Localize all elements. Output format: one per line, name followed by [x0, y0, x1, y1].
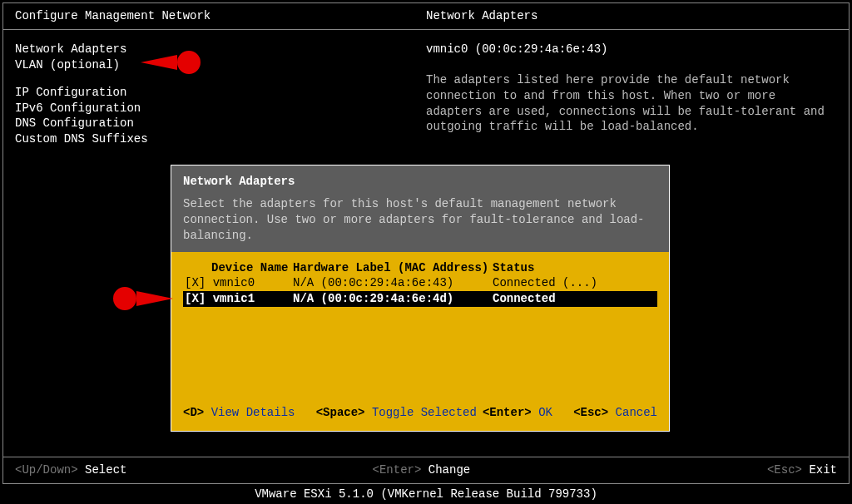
menu-item-ip-config[interactable]: IP Configuration [15, 85, 426, 101]
dialog-footer-left: <D> View Details <Space> Toggle Selected [183, 405, 483, 421]
footer-right: <Esc> Exit [730, 462, 837, 478]
dialog-desc: Select the adapters for this host's defa… [183, 196, 657, 244]
footer-bar: <Up/Down> Select <Enter> Change <Esc> Ex… [3, 457, 849, 483]
body: Network Adapters VLAN (optional) IP Conf… [3, 30, 849, 159]
footer-action-exit: Exit [809, 463, 837, 477]
footer-action-select: Select [85, 463, 126, 477]
menu-item-vlan[interactable]: VLAN (optional) [15, 57, 426, 73]
menu-spacer [15, 73, 426, 85]
col-header-device: Device Name [183, 260, 293, 276]
network-adapters-dialog: Network Adapters Select the adapters for… [171, 165, 670, 432]
key-esc: <Esc> [573, 406, 608, 419]
detail-desc: The adapters listed here provide the def… [426, 72, 837, 136]
table-header: Device Name Hardware Label (MAC Address)… [183, 260, 657, 276]
key-d: <D> [183, 406, 204, 419]
key-space: <Space> [316, 406, 365, 419]
menu-item-custom-dns[interactable]: Custom DNS Suffixes [15, 131, 426, 147]
action-toggle[interactable]: Toggle Selected [372, 406, 477, 419]
row1-status: Connected [493, 291, 657, 307]
footer-key-enter: <Enter> [373, 463, 422, 477]
row0-device: [X] vmnic0 [183, 275, 293, 291]
footer-key-updown: <Up/Down> [15, 463, 78, 477]
dialog-body: Device Name Hardware Label (MAC Address)… [171, 252, 669, 432]
action-ok[interactable]: OK [538, 406, 552, 419]
action-view-details[interactable]: View Details [211, 406, 295, 419]
footer-key-esc: <Esc> [767, 463, 802, 477]
header-left: Configure Management Network [15, 8, 426, 24]
col-header-hw: Hardware Label (MAC Address) [293, 260, 493, 276]
header-right: Network Adapters [426, 8, 837, 24]
row1-device: [X] vmnic1 [183, 291, 293, 307]
menu-item-dns-config[interactable]: DNS Configuration [15, 116, 426, 131]
footer-left: <Up/Down> Select [15, 462, 373, 478]
dialog-header: Network Adapters Select the adapters for… [171, 166, 669, 252]
table-row-selected[interactable]: [X] vmnic1 N/A (00:0c:29:4a:6e:4d) Conne… [183, 291, 657, 307]
dialog-footer-right: <Enter> OK <Esc> Cancel [483, 405, 657, 421]
detail-title: vmnic0 (00:0c:29:4a:6e:43) [426, 42, 837, 57]
left-menu: Network Adapters VLAN (optional) IP Conf… [15, 42, 426, 147]
header-bar: Configure Management Network Network Ada… [3, 3, 849, 30]
dialog-title: Network Adapters [183, 174, 657, 190]
status-bar: VMware ESXi 5.1.0 (VMKernel Release Buil… [0, 487, 852, 502]
row1-hw: N/A (00:0c:29:4a:6e:4d) [293, 291, 493, 307]
menu-item-network-adapters[interactable]: Network Adapters [15, 42, 426, 57]
dialog-footer: <D> View Details <Space> Toggle Selected… [183, 405, 657, 421]
footer-center: <Enter> Change [373, 462, 731, 478]
footer-action-change: Change [428, 463, 470, 477]
action-cancel[interactable]: Cancel [616, 406, 657, 419]
right-detail: vmnic0 (00:0c:29:4a:6e:43) The adapters … [426, 42, 837, 147]
col-header-status: Status [493, 260, 657, 276]
menu-item-ipv6-config[interactable]: IPv6 Configuration [15, 101, 426, 116]
row0-hw: N/A (00:0c:29:4a:6e:43) [293, 275, 493, 291]
key-enter: <Enter> [483, 406, 532, 419]
row0-status: Connected (...) [493, 275, 657, 291]
table-row[interactable]: [X] vmnic0 N/A (00:0c:29:4a:6e:43) Conne… [183, 275, 657, 291]
